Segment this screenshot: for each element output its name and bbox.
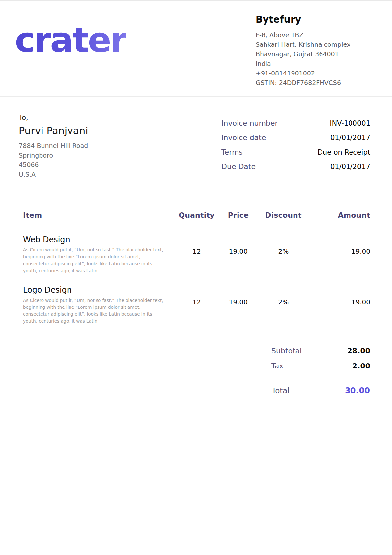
item-description: As Cicero would put it, “Um, not so fast…: [23, 297, 165, 325]
invoice-page: crater Bytefury F-8, Above TBZ Sahkari H…: [0, 0, 392, 555]
subtotal-value: 28.00: [347, 347, 370, 355]
table-row: Web Design As Cicero would put it, “Um, …: [23, 235, 370, 274]
terms-value: Due on Receipt: [318, 148, 370, 156]
customer-address-line: 7884 Bunnel Hill Road: [19, 141, 88, 151]
header-price: Price: [217, 211, 259, 219]
items-table-header: Item Quantity Price Discount Amount: [23, 211, 370, 219]
customer-name: Purvi Panjvani: [19, 125, 88, 136]
invoice-header: crater Bytefury F-8, Above TBZ Sahkari H…: [0, 1, 392, 97]
company-info: Bytefury F-8, Above TBZ Sahkari Hart, Kr…: [256, 10, 372, 90]
total-box: Total 30.00: [264, 380, 378, 401]
bill-to-label: To,: [19, 114, 88, 122]
crater-logo: crater: [15, 23, 126, 90]
customer-address-line: Springboro: [19, 151, 88, 160]
invoice-number-row: Invoice number INV-100001: [221, 119, 370, 127]
terms-row: Terms Due on Receipt: [221, 148, 370, 156]
item-amount: 19.00: [308, 285, 370, 306]
company-address-line: Bhavnagar, Gujrat 364001: [256, 49, 372, 59]
table-row: Logo Design As Cicero would put it, “Um,…: [23, 285, 370, 325]
invoice-meta: Invoice number INV-100001 Invoice date 0…: [221, 119, 370, 179]
invoice-number-label: Invoice number: [221, 119, 278, 127]
item-description: As Cicero would put it, “Um, not so fast…: [23, 247, 165, 274]
header-item: Item: [23, 211, 176, 219]
invoice-number-value: INV-100001: [330, 119, 370, 127]
item-discount: 2%: [259, 285, 308, 306]
item-cell: Web Design As Cicero would put it, “Um, …: [23, 235, 176, 274]
item-quantity: 12: [176, 235, 217, 255]
invoice-date-value: 01/01/2017: [330, 134, 370, 142]
items-table: Item Quantity Price Discount Amount Web …: [23, 211, 370, 336]
item-amount: 19.00: [308, 235, 370, 255]
header-discount: Discount: [259, 211, 308, 219]
due-date-value: 01/01/2017: [330, 163, 370, 171]
terms-label: Terms: [221, 148, 243, 156]
company-address-line: India: [256, 59, 372, 69]
tax-label: Tax: [271, 362, 283, 370]
invoice-date-label: Invoice date: [221, 133, 266, 142]
company-address-line: F-8, Above TBZ: [256, 30, 372, 40]
billing-section: To, Purvi Panjvani 7884 Bunnel Hill Road…: [0, 97, 392, 179]
company-address-line: Sahkari Hart, Krishna complex: [256, 40, 372, 49]
item-name: Web Design: [23, 235, 176, 244]
header-amount: Amount: [308, 211, 370, 219]
item-discount: 2%: [259, 235, 308, 255]
subtotal-label: Subtotal: [271, 347, 302, 355]
invoice-date-row: Invoice date 01/01/2017: [221, 133, 370, 142]
item-name: Logo Design: [23, 285, 176, 295]
due-date-label: Due Date: [221, 162, 256, 171]
item-quantity: 12: [176, 285, 217, 306]
item-price: 19.00: [217, 285, 259, 306]
company-name: Bytefury: [256, 14, 372, 25]
tax-row: Tax 2.00: [264, 362, 378, 370]
company-phone: +91-08141901002: [256, 69, 372, 78]
totals-section: Subtotal 28.00 Tax 2.00 Total 30.00: [264, 347, 378, 401]
tax-value: 2.00: [352, 362, 370, 370]
table-bottom-divider: [23, 336, 370, 336]
customer-address-line: U.S.A: [19, 170, 88, 179]
customer-address-line: 45066: [19, 160, 88, 170]
item-cell: Logo Design As Cicero would put it, “Um,…: [23, 285, 176, 325]
total-label: Total: [272, 386, 290, 395]
bill-to-block: To, Purvi Panjvani 7884 Bunnel Hill Road…: [19, 114, 88, 179]
subtotal-row: Subtotal 28.00: [264, 347, 378, 355]
total-value: 30.00: [345, 386, 370, 395]
due-date-row: Due Date 01/01/2017: [221, 162, 370, 171]
item-price: 19.00: [217, 235, 259, 255]
header-quantity: Quantity: [176, 211, 217, 219]
company-gstin: GSTIN: 24DDF7682FHVCS6: [256, 78, 372, 88]
